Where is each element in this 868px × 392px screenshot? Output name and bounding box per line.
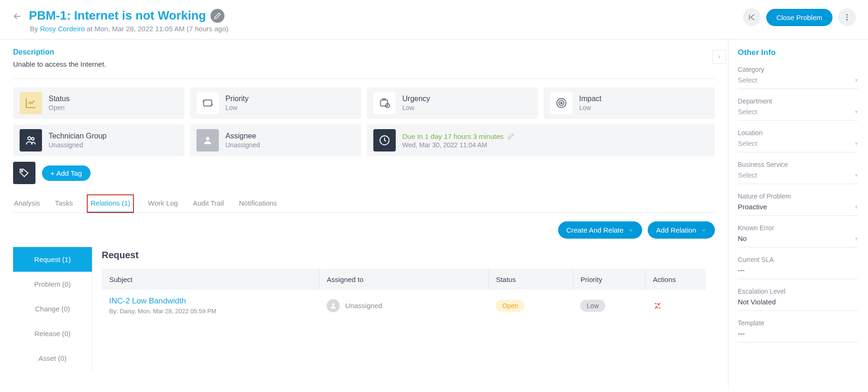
field-value: Not Violated: [738, 298, 858, 306]
row-priority-badge: Low: [580, 300, 605, 312]
priority-label: Priority: [225, 95, 249, 103]
side-field: CategorySelect▾: [738, 66, 858, 89]
description-text: Unable to access the Internet.: [13, 60, 715, 68]
rel-side-request[interactable]: Request (1): [13, 247, 92, 272]
field-select[interactable]: Select▾: [738, 171, 858, 179]
rel-side-change[interactable]: Change (0): [13, 296, 92, 321]
side-field: Known ErrorNo▾: [738, 224, 858, 248]
collapse-side-button[interactable]: [712, 50, 726, 64]
status-card[interactable]: StatusOpen: [13, 87, 184, 119]
tab-worklog[interactable]: Work Log: [147, 194, 179, 213]
chevron-down-icon: [701, 227, 707, 233]
edit-due-button[interactable]: [507, 133, 514, 140]
side-field: DepartmentSelect▾: [738, 97, 858, 121]
rel-side-problem[interactable]: Problem (0): [13, 272, 92, 296]
avatar-icon: [327, 299, 340, 312]
svg-point-1: [847, 17, 848, 18]
col-status: Status: [488, 269, 573, 290]
svg-point-10: [32, 138, 34, 140]
plus-icon: +: [50, 169, 55, 177]
page-body: Description Unable to access the Interne…: [0, 40, 868, 390]
tab-notifications[interactable]: Notifications: [238, 194, 278, 213]
impact-value: Low: [579, 104, 602, 111]
urgency-icon: [373, 92, 396, 114]
impact-card[interactable]: ImpactLow: [544, 87, 715, 119]
unlink-button[interactable]: [653, 301, 698, 310]
byline: By Rosy Cordeiro at Mon, Mar 28, 2022 11…: [30, 25, 228, 33]
relation-body: Request (1) Problem (0) Change (0) Relea…: [13, 247, 715, 371]
tab-relations[interactable]: Relations (1): [87, 194, 134, 213]
rel-side-asset[interactable]: Asset (0): [13, 346, 92, 371]
svg-point-2: [847, 19, 848, 21]
by-prefix: By: [30, 25, 40, 33]
author-link[interactable]: Rosy Cordeiro: [40, 25, 85, 33]
tab-analysis[interactable]: Analysis: [13, 194, 41, 213]
status-value: Open: [49, 104, 70, 111]
side-field: Current SLA---: [738, 256, 858, 279]
urgency-card[interactable]: UrgencyLow: [367, 87, 538, 119]
field-select[interactable]: No▾: [738, 234, 858, 242]
field-label: Current SLA: [738, 256, 858, 263]
side-field: Business ServiceSelect▾: [738, 161, 858, 184]
add-tag-button[interactable]: +Add Tag: [42, 165, 91, 181]
svg-point-13: [21, 171, 23, 172]
due-text: Due In 1 day 17 hours 3 minutes: [402, 132, 504, 140]
back-arrow-icon[interactable]: [12, 8, 22, 21]
impact-icon: [550, 92, 573, 114]
urgency-label: Urgency: [402, 95, 430, 103]
header-right: Close Problem: [743, 8, 856, 26]
header-left: PBM-1: Internet is not Working By Rosy C…: [12, 8, 228, 33]
prev-first-button[interactable]: [743, 8, 761, 26]
field-value: ---: [738, 330, 858, 337]
field-select[interactable]: Select▾: [738, 108, 858, 116]
field-label: Escalation Level: [738, 288, 858, 295]
add-tag-label: Add Tag: [56, 169, 82, 177]
title-block: PBM-1: Internet is not Working By Rosy C…: [29, 8, 228, 33]
tab-audittrail[interactable]: Audit Trail: [192, 194, 225, 213]
col-actions: Actions: [645, 269, 706, 290]
assignee-card[interactable]: AssigneeUnassigned: [190, 124, 361, 156]
description-heading: Description: [13, 48, 715, 56]
techgroup-value: Unassigned: [49, 141, 107, 149]
create-and-relate-button[interactable]: Create And Relate: [558, 221, 643, 239]
rel-side-release[interactable]: Release (0): [13, 321, 92, 346]
techgroup-card[interactable]: Technician GroupUnassigned: [13, 124, 184, 156]
row-subject-meta: By: Daisy, Mon, Mar 28, 2022 05:59 PM: [109, 308, 312, 315]
field-select[interactable]: Select▾: [738, 76, 858, 84]
due-date: Wed, Mar 30, 2022 11:04 AM: [402, 141, 514, 149]
add-relation-label: Add Relation: [656, 226, 696, 234]
priority-value: Low: [225, 104, 249, 111]
close-problem-button[interactable]: Close Problem: [766, 9, 833, 26]
field-label: Category: [738, 66, 858, 73]
tab-tasks[interactable]: Tasks: [54, 194, 74, 213]
svg-point-8: [560, 102, 562, 103]
due-card[interactable]: Due In 1 day 17 hours 3 minutes Wed, Mar…: [367, 124, 715, 156]
add-relation-button[interactable]: Add Relation: [648, 221, 715, 239]
side-field: Template---: [738, 319, 858, 343]
assignee-label: Assignee: [225, 132, 260, 140]
field-select[interactable]: Proactive▾: [738, 203, 858, 211]
chevron-down-icon: [628, 227, 634, 233]
priority-card[interactable]: PriorityLow: [190, 87, 361, 119]
tab-bar: Analysis Tasks Relations (1) Work Log Au…: [13, 194, 715, 213]
impact-label: Impact: [579, 95, 602, 103]
status-grid-2: Technician GroupUnassigned AssigneeUnass…: [13, 124, 715, 156]
field-select[interactable]: Select▾: [738, 139, 858, 147]
svg-point-14: [332, 303, 334, 305]
relation-table: Subject Assigned to Status Priority Acti…: [102, 269, 706, 321]
at-text: at Mon, Mar 28, 2022 11:05 AM (7 hours a…: [85, 25, 229, 33]
field-label: Known Error: [738, 224, 858, 232]
field-value: ---: [738, 266, 858, 274]
relation-content: Request Subject Assigned to Status Prior…: [92, 247, 715, 371]
page-title: PBM-1: Internet is not Working: [29, 8, 228, 23]
row-subject-link[interactable]: INC-2 Low Bandwidth: [109, 296, 312, 306]
divider: [13, 78, 715, 79]
title-text: PBM-1: Internet is not Working: [29, 8, 206, 23]
main-column: Description Unable to access the Interne…: [0, 40, 728, 390]
edit-title-button[interactable]: [210, 9, 224, 23]
side-field: Nature of ProblemProactive▾: [738, 193, 858, 216]
svg-rect-3: [203, 100, 211, 106]
table-row: INC-2 Low Bandwidth By: Daisy, Mon, Mar …: [102, 290, 706, 321]
more-actions-button[interactable]: [838, 8, 856, 26]
due-label: Due In 1 day 17 hours 3 minutes: [402, 132, 514, 140]
